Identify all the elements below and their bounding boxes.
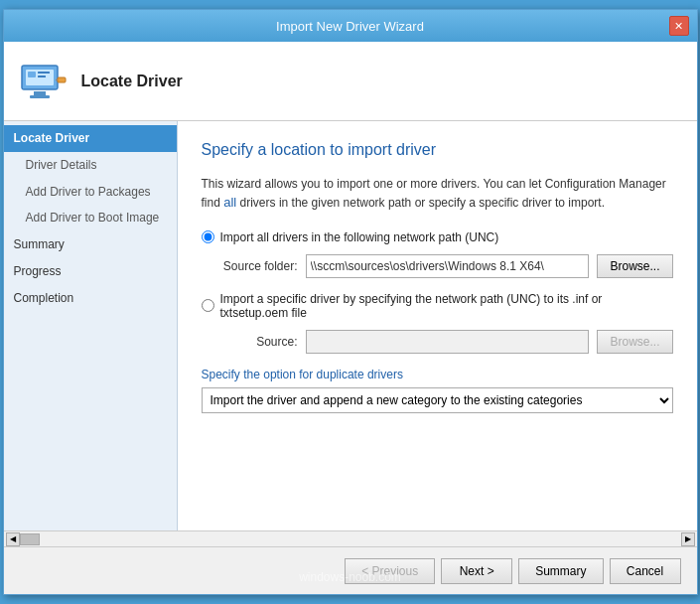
- source-folder-input[interactable]: [306, 254, 590, 278]
- source-input[interactable]: [306, 330, 590, 354]
- sidebar-item-summary[interactable]: Summary: [4, 231, 177, 258]
- sidebar-item-locate-driver[interactable]: Locate Driver: [4, 125, 177, 152]
- source-row: Source: Browse...: [223, 330, 673, 354]
- svg-rect-2: [28, 72, 36, 77]
- scrollbar-thumb[interactable]: [20, 533, 40, 545]
- scroll-right-arrow[interactable]: ▶: [681, 532, 695, 546]
- wizard-icon: [20, 58, 68, 105]
- source-folder-row: Source folder: Browse...: [223, 254, 673, 278]
- all-link[interactable]: all: [223, 195, 236, 210]
- radio2-label[interactable]: Import a specific driver by specifying t…: [220, 292, 673, 320]
- duplicate-label: Specify the option for duplicate drivers: [202, 368, 673, 381]
- source-label: Source:: [223, 335, 298, 349]
- sidebar-item-add-driver-boot[interactable]: Add Driver to Boot Image: [4, 205, 177, 231]
- svg-rect-6: [30, 95, 50, 98]
- close-button[interactable]: ✕: [669, 16, 689, 36]
- summary-button[interactable]: Summary: [518, 558, 603, 584]
- duplicate-section: Specify the option for duplicate drivers…: [202, 368, 673, 413]
- sidebar-item-progress[interactable]: Progress: [4, 258, 177, 285]
- browse2-button[interactable]: Browse...: [597, 330, 672, 354]
- sidebar-item-add-driver-packages[interactable]: Add Driver to Packages: [4, 179, 177, 206]
- main-content: Locate Driver Driver Details Add Driver …: [4, 121, 697, 530]
- svg-rect-3: [38, 72, 50, 74]
- wizard-window: Import New Driver Wizard ✕ Locate Driver…: [3, 9, 698, 595]
- radio2-input[interactable]: [202, 299, 214, 312]
- content-area: Specify a location to import driver This…: [178, 121, 697, 530]
- cancel-button[interactable]: Cancel: [610, 558, 681, 584]
- wizard-header: Locate Driver: [4, 42, 697, 121]
- svg-rect-7: [58, 77, 66, 82]
- window-title: Import New Driver Wizard: [32, 19, 669, 34]
- radio1-row: Import all drivers in the following netw…: [202, 230, 673, 244]
- sidebar: Locate Driver Driver Details Add Driver …: [4, 121, 178, 530]
- radio-group: Import all drivers in the following netw…: [202, 230, 673, 354]
- next-button[interactable]: Next >: [441, 558, 512, 584]
- radio1-label[interactable]: Import all drivers in the following netw…: [220, 230, 499, 244]
- source-folder-label: Source folder:: [223, 259, 298, 273]
- scrollbar-area: ◀ ▶: [4, 530, 697, 546]
- duplicate-select[interactable]: Import the driver and append a new categ…: [202, 387, 673, 413]
- previous-button[interactable]: < Previous: [345, 558, 435, 584]
- radio2-row: Import a specific driver by specifying t…: [202, 292, 673, 320]
- description-text: This wizard allows you to import one or …: [202, 175, 673, 213]
- footer: < Previous Next > Summary Cancel: [4, 546, 697, 594]
- browse1-button[interactable]: Browse...: [597, 254, 672, 278]
- radio1-input[interactable]: [202, 230, 214, 243]
- header-title: Locate Driver: [81, 73, 183, 90]
- title-bar: Import New Driver Wizard ✕: [4, 10, 697, 42]
- content-title: Specify a location to import driver: [202, 141, 673, 159]
- sidebar-item-driver-details[interactable]: Driver Details: [4, 152, 177, 179]
- scroll-left-arrow[interactable]: ◀: [6, 532, 20, 546]
- svg-rect-5: [34, 91, 46, 95]
- svg-rect-4: [38, 76, 46, 77]
- sidebar-item-completion[interactable]: Completion: [4, 285, 177, 312]
